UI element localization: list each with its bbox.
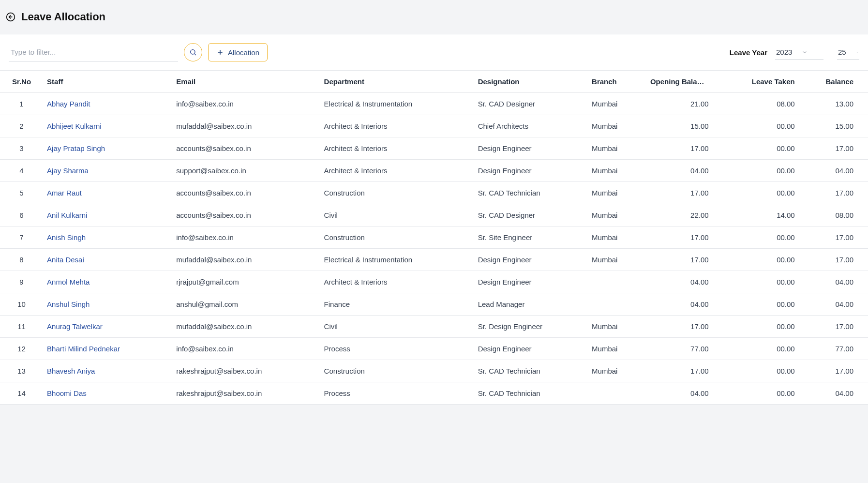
table-row[interactable]: 12Bharti Milind Pednekarinfo@saibex.co.i… [0,338,868,360]
leave-year-select[interactable]: 2023 [775,45,823,60]
table-row[interactable]: 13Bhavesh Aniyarakeshrajput@saibex.co.in… [0,360,868,382]
col-header-sr[interactable]: Sr.No [0,71,43,93]
col-header-staff[interactable]: Staff [43,71,172,93]
col-header-bal[interactable]: Balance [807,71,868,93]
cell-bal: 17.00 [807,226,868,249]
staff-link[interactable]: Bharti Milind Pednekar [47,345,120,353]
cell-dept: Architect & Interiors [320,160,474,182]
cell-bal: 15.00 [807,115,868,137]
page-size-value: 25 [838,48,846,56]
table-row[interactable]: 4Ajay Sharmasupport@saibex.co.inArchitec… [0,160,868,182]
table-row[interactable]: 3Ajay Pratap Singhaccounts@saibex.co.inA… [0,137,868,160]
cell-branch: Mumbai [588,160,646,182]
col-header-dept[interactable]: Department [320,71,474,93]
cell-taken: 08.00 [720,93,807,115]
staff-link[interactable]: Anita Desai [47,256,84,264]
cell-branch [588,271,646,293]
staff-link[interactable]: Bhoomi Das [47,389,87,397]
back-button[interactable] [5,11,16,23]
cell-email: support@saibex.co.in [172,160,320,182]
cell-desig: Chief Architects [474,115,588,137]
col-header-desig[interactable]: Designation [474,71,588,93]
staff-link[interactable]: Anshul Singh [47,300,90,308]
staff-link[interactable]: Abhijeet Kulkarni [47,122,102,130]
cell-taken: 00.00 [720,137,807,160]
cell-desig: Sr. CAD Technician [474,182,588,204]
table-row[interactable]: 7Anish Singhinfo@saibex.co.inConstructio… [0,226,868,249]
col-header-email[interactable]: Email [172,71,320,93]
staff-link[interactable]: Abhay Pandit [47,100,90,108]
table-row[interactable]: 14Bhoomi Dasrakeshrajput@saibex.co.inPro… [0,382,868,405]
cell-staff: Ajay Sharma [43,160,172,182]
cell-email: anshul@gmail.com [172,293,320,316]
cell-bal: 04.00 [807,271,868,293]
cell-staff: Anita Desai [43,249,172,271]
table-row[interactable]: 9Anmol Mehtarjrajput@gmail.comArchitect … [0,271,868,293]
toolbar: Allocation Leave Year 2023 25 [0,34,868,71]
add-allocation-button[interactable]: Allocation [208,43,268,61]
table-row[interactable]: 11Anurag Talwelkarmufaddal@saibex.co.inC… [0,316,868,338]
cell-desig: Sr. CAD Designer [474,204,588,226]
cell-dept: Construction [320,226,474,249]
cell-dept: Civil [320,204,474,226]
table-row[interactable]: 6Anil Kulkarniaccounts@saibex.co.inCivil… [0,204,868,226]
staff-link[interactable]: Amar Raut [47,189,82,197]
table-row[interactable]: 2Abhijeet Kulkarnimufaddal@saibex.co.inA… [0,115,868,137]
cell-staff: Bhavesh Aniya [43,360,172,382]
staff-link[interactable]: Anish Singh [47,233,86,242]
cell-desig: Design Engineer [474,137,588,160]
search-button[interactable] [184,43,202,61]
cell-branch: Mumbai [588,137,646,160]
filter-input[interactable] [9,43,178,61]
cell-open: 04.00 [646,271,720,293]
cell-desig: Sr. CAD Designer [474,93,588,115]
cell-dept: Architect & Interiors [320,115,474,137]
cell-branch: Mumbai [588,338,646,360]
cell-open: 04.00 [646,160,720,182]
cell-sr: 7 [0,226,43,249]
col-header-branch[interactable]: Branch [588,71,646,93]
table-row[interactable]: 5Amar Rautaccounts@saibex.co.inConstruct… [0,182,868,204]
cell-taken: 00.00 [720,249,807,271]
cell-dept: Construction [320,182,474,204]
cell-sr: 13 [0,360,43,382]
page-header: Leave Allocation [0,0,868,34]
cell-desig: Sr. CAD Technician [474,382,588,405]
table-row[interactable]: 1Abhay Panditinfo@saibex.co.inElectrical… [0,93,868,115]
cell-sr: 6 [0,204,43,226]
cell-email: info@saibex.co.in [172,338,320,360]
leave-year-label: Leave Year [730,48,767,57]
col-header-taken[interactable]: Leave Taken [720,71,807,93]
cell-bal: 04.00 [807,160,868,182]
cell-bal: 17.00 [807,249,868,271]
cell-sr: 4 [0,160,43,182]
cell-email: mufaddal@saibex.co.in [172,316,320,338]
cell-open: 17.00 [646,360,720,382]
staff-link[interactable]: Anil Kulkarni [47,211,87,219]
staff-link[interactable]: Ajay Pratap Singh [47,144,105,152]
cell-desig: Design Engineer [474,249,588,271]
cell-email: rakeshrajput@saibex.co.in [172,360,320,382]
staff-link[interactable]: Ajay Sharma [47,166,89,175]
staff-link[interactable]: Anmol Mehta [47,278,90,286]
col-header-open[interactable]: Opening Balance [646,71,720,93]
staff-link[interactable]: Anurag Talwelkar [47,322,103,331]
staff-link[interactable]: Bhavesh Aniya [47,367,95,375]
cell-bal: 77.00 [807,338,868,360]
cell-open: 77.00 [646,338,720,360]
cell-bal: 04.00 [807,293,868,316]
cell-email: rjrajput@gmail.com [172,271,320,293]
cell-branch [588,293,646,316]
cell-bal: 13.00 [807,93,868,115]
cell-open: 21.00 [646,93,720,115]
cell-desig: Sr. Site Engineer [474,226,588,249]
svg-point-2 [191,50,195,54]
table-row[interactable]: 8Anita Desaimufaddal@saibex.co.inElectri… [0,249,868,271]
cell-branch [588,382,646,405]
page-size-select[interactable]: 25 [837,45,859,60]
add-allocation-label: Allocation [228,48,259,57]
cell-taken: 00.00 [720,182,807,204]
cell-taken: 00.00 [720,271,807,293]
cell-taken: 00.00 [720,360,807,382]
table-row[interactable]: 10Anshul Singhanshul@gmail.comFinanceLea… [0,293,868,316]
